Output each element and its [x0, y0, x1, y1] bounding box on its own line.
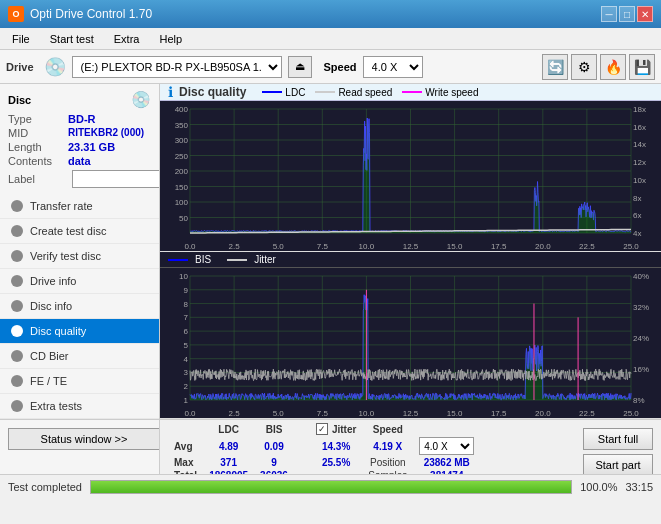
write-speed-legend-label: Write speed [425, 87, 478, 98]
app-icon: O [8, 6, 24, 22]
disc-quality-header: ℹ Disc quality LDC Read speed Write spee… [160, 84, 661, 101]
menu-bar: File Start test Extra Help [0, 28, 661, 50]
max-jitter: 25.5% [310, 456, 362, 469]
disc-section-title: Disc [8, 94, 31, 106]
nav-list: Transfer rateCreate test discVerify test… [0, 194, 159, 419]
menu-extra[interactable]: Extra [106, 31, 148, 47]
nav-item-fe-te[interactable]: FE / TE [0, 369, 159, 394]
maximize-button[interactable]: □ [619, 6, 635, 22]
disc-quality-icon: ℹ [168, 84, 173, 100]
bottom-bar: Test completed 100.0% 33:15 [0, 474, 661, 498]
time-text: 33:15 [625, 481, 653, 493]
charts-area: BIS Jitter [160, 101, 661, 419]
save-button[interactable]: 💾 [629, 54, 655, 80]
nav-item-disc-info[interactable]: Disc info [0, 294, 159, 319]
app-title: Opti Drive Control 1.70 [30, 7, 152, 21]
settings-button[interactable]: ⚙ [571, 54, 597, 80]
bis-chart [160, 268, 661, 418]
nav-item-verify-test-disc[interactable]: Verify test disc [0, 244, 159, 269]
nav-item-extra-tests[interactable]: Extra tests [0, 394, 159, 419]
close-button[interactable]: ✕ [637, 6, 653, 22]
type-key: Type [8, 113, 68, 125]
disc-icon: 💿 [131, 90, 151, 109]
title-bar: O Opti Drive Control 1.70 ─ □ ✕ [0, 0, 661, 28]
stats-bar: LDC BIS Jitter Speed Avg 4.8 [160, 419, 661, 474]
avg-jitter: 14.3% [310, 436, 362, 456]
progress-text: 100.0% [580, 481, 617, 493]
read-speed-legend-label: Read speed [338, 87, 392, 98]
eject-button[interactable]: ⏏ [288, 56, 312, 78]
menu-file[interactable]: File [4, 31, 38, 47]
progress-fill [91, 481, 571, 493]
drive-icon: 💿 [44, 56, 66, 78]
menu-start-test[interactable]: Start test [42, 31, 102, 47]
read-speed-legend-color [315, 91, 335, 93]
length-key: Length [8, 141, 68, 153]
max-bis: 9 [254, 456, 294, 469]
nav-item-create-test-disc[interactable]: Create test disc [0, 219, 159, 244]
ldc-legend-label: LDC [285, 87, 305, 98]
start-part-button[interactable]: Start part [583, 454, 653, 474]
jitter-legend-color [227, 259, 247, 261]
ldc-chart [160, 101, 661, 251]
avg-bis: 0.09 [254, 436, 294, 456]
sidebar: Disc 💿 Type BD-R MID RITEKBR2 (000) Leng… [0, 84, 160, 474]
bis-chart-container [160, 268, 661, 419]
nav-item-transfer-rate[interactable]: Transfer rate [0, 194, 159, 219]
total-bis: 36036 [254, 469, 294, 474]
avg-label: Avg [168, 436, 203, 456]
disc-quality-title: Disc quality [179, 85, 246, 99]
progress-bar [90, 480, 572, 494]
start-full-button[interactable]: Start full [583, 428, 653, 450]
drive-select[interactable]: (E:) PLEXTOR BD-R PX-LB950SA 1.06 [72, 56, 282, 78]
nav-item-drive-info[interactable]: Drive info [0, 269, 159, 294]
drive-bar: Drive 💿 (E:) PLEXTOR BD-R PX-LB950SA 1.0… [0, 50, 661, 84]
disc-info-panel: Disc 💿 Type BD-R MID RITEKBR2 (000) Leng… [0, 84, 159, 194]
nav-item-disc-quality[interactable]: Disc quality [0, 319, 159, 344]
bis-legend-color [168, 259, 188, 261]
minimize-button[interactable]: ─ [601, 6, 617, 22]
speed-select[interactable]: 4.0 X [363, 56, 423, 78]
speed-select2[interactable]: 4.0 X [419, 437, 474, 455]
label-key: Label [8, 173, 68, 185]
position-label: Position [362, 456, 413, 469]
position-value: 23862 MB [413, 456, 480, 469]
contents-key: Contents [8, 155, 68, 167]
menu-help[interactable]: Help [151, 31, 190, 47]
status-window-button[interactable]: Status window >> [8, 428, 160, 450]
status-text: Test completed [8, 481, 82, 493]
nav-item-cd-bier[interactable]: CD Bier [0, 344, 159, 369]
speed-label: Speed [324, 61, 357, 73]
burn-button[interactable]: 🔥 [600, 54, 626, 80]
chart1-legend: LDC Read speed Write speed [262, 87, 478, 98]
content-area: ℹ Disc quality LDC Read speed Write spee… [160, 84, 661, 474]
total-label: Total [168, 469, 203, 474]
jitter-legend-label: Jitter [254, 254, 276, 265]
avg-ldc: 4.89 [203, 436, 254, 456]
samples-label: Samples [362, 469, 413, 474]
ldc-legend-color [262, 91, 282, 93]
jitter-header: Jitter [332, 424, 356, 435]
contents-value: data [68, 155, 91, 167]
jitter-checkbox[interactable] [316, 423, 328, 435]
ldc-chart-container [160, 101, 661, 252]
speed-value: 4.19 X [362, 436, 413, 456]
samples-value: 381474 [413, 469, 480, 474]
drive-label: Drive [6, 61, 34, 73]
bis-legend-label: BIS [195, 254, 211, 265]
type-value: BD-R [68, 113, 96, 125]
max-label: Max [168, 456, 203, 469]
length-value: 23.31 GB [68, 141, 115, 153]
stats-table: LDC BIS Jitter Speed Avg 4.8 [168, 422, 480, 474]
total-ldc: 1868905 [203, 469, 254, 474]
label-input[interactable] [72, 170, 160, 188]
mid-value: RITEKBR2 (000) [68, 127, 144, 139]
refresh-button[interactable]: 🔄 [542, 54, 568, 80]
start-buttons: Start full Start part [583, 428, 653, 474]
write-speed-legend-color [402, 91, 422, 93]
mid-key: MID [8, 127, 68, 139]
max-ldc: 371 [203, 456, 254, 469]
